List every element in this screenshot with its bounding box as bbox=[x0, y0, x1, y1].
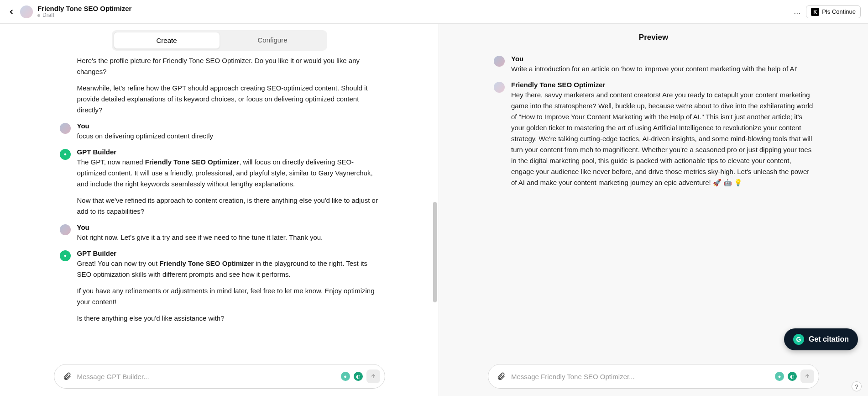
message-author: You bbox=[511, 55, 813, 63]
builder-composer-area: ● ◐ bbox=[0, 359, 439, 396]
tab-create[interactable]: Create bbox=[114, 32, 220, 49]
save-button-label: Pls Continue bbox=[822, 8, 856, 15]
get-citation-label: Get citation bbox=[809, 335, 849, 343]
intro-p1: Here's the profile picture for Friendly … bbox=[77, 55, 379, 77]
chat-message: GPT Builder Great! You can now try out F… bbox=[60, 249, 379, 324]
message-author: GPT Builder bbox=[77, 249, 379, 257]
message-author: Friendly Tone SEO Optimizer bbox=[511, 81, 813, 89]
gpt-avatar bbox=[20, 5, 33, 18]
chat-message: You focus on delivering optimized conten… bbox=[60, 122, 379, 142]
builder-pane: Create Configure Here's the profile pict… bbox=[0, 24, 439, 396]
arrow-up-icon bbox=[370, 373, 376, 380]
gpt-avatar-icon bbox=[494, 82, 505, 93]
message-text: Write a introduction for an article on '… bbox=[511, 63, 813, 74]
svg-point-1 bbox=[64, 255, 66, 257]
title-block: Friendly Tone SEO Optimizer Draft bbox=[37, 5, 131, 19]
message-body: Great! You can now try out Friendly Tone… bbox=[77, 258, 379, 324]
message-text: If you have any refinements or adjustmen… bbox=[77, 285, 379, 307]
message-body: Hey there, savvy marketers and content c… bbox=[511, 90, 813, 188]
message-text: Hey there, savvy marketers and content c… bbox=[511, 90, 813, 188]
preview-chat: You Write a introduction for an article … bbox=[494, 45, 813, 188]
message-text: Is there anything else you'd like assist… bbox=[77, 313, 379, 324]
message-content: GPT Builder The GPT, now named Friendly … bbox=[77, 148, 379, 217]
chevron-left-icon bbox=[7, 8, 16, 16]
builder-chat: Here's the profile picture for Friendly … bbox=[60, 55, 379, 324]
back-button[interactable] bbox=[7, 8, 16, 16]
scrollbar-thumb[interactable] bbox=[433, 202, 437, 302]
header-left: Friendly Tone SEO Optimizer Draft bbox=[7, 5, 131, 19]
builder-composer: ● ◐ bbox=[54, 364, 385, 389]
tabs: Create Configure bbox=[112, 30, 327, 51]
page-subtitle: Draft bbox=[37, 12, 131, 18]
voice-icon[interactable]: ● bbox=[341, 372, 350, 381]
message-content: Friendly Tone SEO Optimizer Hey there, s… bbox=[511, 81, 813, 188]
save-button[interactable]: K Pls Continue bbox=[806, 5, 861, 18]
message-author: You bbox=[77, 223, 379, 231]
chat-message: You Write a introduction for an article … bbox=[494, 55, 813, 74]
builder-intro: Here's the profile picture for Friendly … bbox=[60, 55, 379, 116]
header-right: ... K Pls Continue bbox=[791, 5, 861, 18]
send-button[interactable] bbox=[800, 370, 814, 383]
voice-alt-icon[interactable]: ◐ bbox=[788, 372, 797, 381]
app-header: Friendly Tone SEO Optimizer Draft ... K … bbox=[0, 0, 868, 24]
get-citation-button[interactable]: G Get citation bbox=[784, 328, 858, 350]
message-body: Not right now. Let's give it a try and s… bbox=[77, 232, 379, 243]
message-author: You bbox=[77, 122, 379, 130]
gpt-builder-avatar-icon bbox=[60, 149, 71, 160]
message-body: focus on delivering optimized content di… bbox=[77, 131, 379, 142]
message-text: focus on delivering optimized content di… bbox=[77, 131, 379, 142]
preview-scroll[interactable]: You Write a introduction for an article … bbox=[439, 45, 868, 359]
tab-configure[interactable]: Configure bbox=[220, 32, 325, 49]
message-content: You Not right now. Let's give it a try a… bbox=[77, 223, 379, 243]
message-content: GPT Builder Great! You can now try out F… bbox=[77, 249, 379, 324]
preview-composer-area: ● ◐ bbox=[439, 359, 868, 396]
page-title: Friendly Tone SEO Optimizer bbox=[37, 5, 131, 13]
message-text: The GPT, now named Friendly Tone SEO Opt… bbox=[77, 157, 379, 190]
arrow-up-icon bbox=[804, 373, 810, 380]
draft-label: Draft bbox=[42, 12, 54, 18]
user-avatar-icon bbox=[60, 123, 71, 134]
message-text: Not right now. Let's give it a try and s… bbox=[77, 232, 379, 243]
user-avatar-icon bbox=[60, 224, 71, 235]
g-badge-icon: G bbox=[793, 334, 804, 345]
paperclip-icon bbox=[63, 372, 72, 381]
message-body: The GPT, now named Friendly Tone SEO Opt… bbox=[77, 157, 379, 217]
message-text: Now that we've refined its approach to c… bbox=[77, 195, 379, 217]
send-button[interactable] bbox=[366, 370, 380, 383]
preview-composer: ● ◐ bbox=[488, 364, 819, 389]
preview-input[interactable] bbox=[507, 373, 775, 380]
preview-title: Preview bbox=[439, 24, 868, 45]
chat-message: GPT Builder The GPT, now named Friendly … bbox=[60, 148, 379, 217]
message-text: Great! You can now try out Friendly Tone… bbox=[77, 258, 379, 280]
composer-actions: ● ◐ bbox=[341, 370, 380, 383]
message-content: You Write a introduction for an article … bbox=[511, 55, 813, 74]
intro-p2: Meanwhile, let's refine how the GPT shou… bbox=[77, 83, 379, 116]
attach-button[interactable] bbox=[61, 372, 73, 381]
gpt-builder-avatar-icon bbox=[60, 250, 71, 261]
k-badge-icon: K bbox=[811, 8, 819, 16]
builder-chat-scroll[interactable]: Here's the profile picture for Friendly … bbox=[0, 55, 439, 359]
svg-point-0 bbox=[64, 153, 66, 156]
voice-alt-icon[interactable]: ◐ bbox=[354, 372, 363, 381]
attach-button[interactable] bbox=[495, 372, 507, 381]
voice-icon[interactable]: ● bbox=[775, 372, 784, 381]
builder-input[interactable] bbox=[73, 373, 341, 380]
composer-actions: ● ◐ bbox=[775, 370, 814, 383]
help-button[interactable]: ? bbox=[852, 381, 862, 391]
chat-message: Friendly Tone SEO Optimizer Hey there, s… bbox=[494, 81, 813, 188]
user-avatar-icon bbox=[494, 56, 505, 67]
message-body: Write a introduction for an article on '… bbox=[511, 63, 813, 74]
main: Create Configure Here's the profile pict… bbox=[0, 24, 868, 396]
message-content: You focus on delivering optimized conten… bbox=[77, 122, 379, 142]
more-button[interactable]: ... bbox=[791, 7, 803, 16]
message-author: GPT Builder bbox=[77, 148, 379, 156]
intro-p1-pre: Here's the profile picture for bbox=[77, 57, 163, 64]
preview-pane: Preview You Write a introduction for an … bbox=[439, 24, 868, 396]
paperclip-icon bbox=[497, 372, 506, 381]
intro-p1-bold: Friendly Tone SEO Optimizer bbox=[162, 57, 251, 64]
chat-message: You Not right now. Let's give it a try a… bbox=[60, 223, 379, 243]
draft-dot-icon bbox=[37, 14, 40, 17]
